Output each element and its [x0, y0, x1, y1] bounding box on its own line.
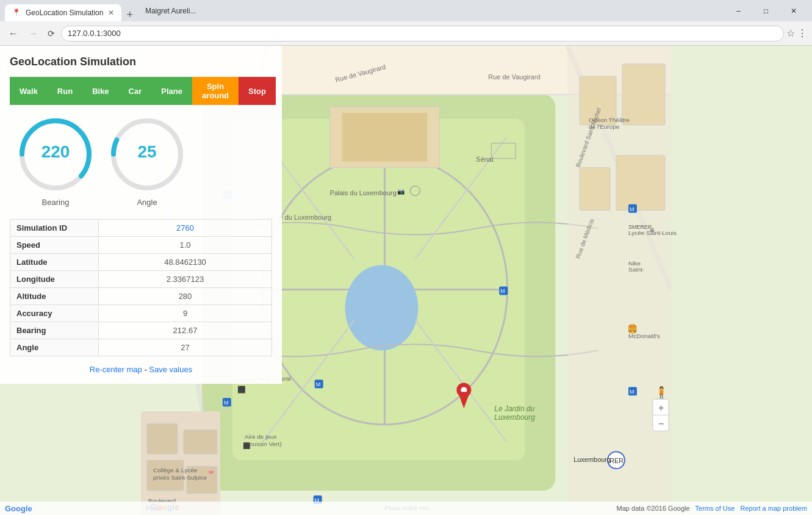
- car-button[interactable]: Car: [119, 77, 152, 105]
- svg-text:SMEREP: SMEREP: [628, 224, 652, 230]
- svg-text:Sénat: Sénat: [476, 156, 494, 163]
- table-key: Altitude: [10, 288, 99, 305]
- svg-text:de l'Europe: de l'Europe: [589, 123, 620, 130]
- svg-text:Collège & Lycée: Collège & Lycée: [153, 467, 198, 474]
- svg-text:M: M: [500, 288, 505, 294]
- gauges-container: 220 Bearing 25 Angle: [10, 115, 272, 207]
- reload-button[interactable]: ⟳: [44, 26, 59, 41]
- tab-close-button[interactable]: ✕: [108, 9, 114, 17]
- panel-title: GeoLocation Simulation: [10, 56, 272, 68]
- bearing-label: Bearing: [42, 198, 70, 207]
- new-tab-button[interactable]: +: [121, 9, 138, 21]
- svg-rect-29: [616, 156, 665, 211]
- menu-button[interactable]: ⋮: [797, 27, 807, 39]
- browser-frame: 📍 GeoLocation Simulation ✕ + Maigret Aur…: [0, 0, 812, 515]
- svg-text:Odéon Théâtre: Odéon Théâtre: [589, 117, 630, 123]
- window-controls: – □ ✕: [725, 2, 807, 20]
- svg-text:Saint-: Saint-: [628, 266, 644, 273]
- svg-text:M: M: [630, 206, 634, 212]
- browser-toolbar: ← → ⟳ ☆ ⋮: [0, 21, 812, 46]
- bookmark-button[interactable]: ☆: [786, 27, 795, 39]
- svg-rect-21: [147, 423, 178, 454]
- map-footer: Google Map data ©2016 Google Terms of Us…: [0, 502, 812, 515]
- table-key: Accuracy: [10, 305, 99, 322]
- svg-text:Luxembourg: Luxembourg: [573, 456, 611, 463]
- svg-text:+: +: [658, 403, 664, 413]
- angle-label: Angle: [137, 198, 157, 207]
- save-link[interactable]: Save values: [149, 365, 192, 374]
- svg-text:🧍: 🧍: [655, 386, 669, 399]
- stop-button[interactable]: Stop: [239, 77, 276, 105]
- table-key: Simulation ID: [10, 220, 99, 237]
- longitude-value: 2.3367123: [99, 271, 272, 288]
- tab-favicon: 📍: [12, 9, 21, 17]
- table-row: Altitude 280: [10, 288, 272, 305]
- table-row: Bearing 212.67: [10, 322, 272, 339]
- forward-button[interactable]: →: [24, 26, 41, 41]
- altitude-value: 280: [99, 288, 272, 305]
- bearing-gauge: 220 Bearing: [16, 115, 95, 207]
- simulation-panel: GeoLocation Simulation Walk Run Bike Car…: [0, 46, 282, 384]
- table-row: Accuracy 9: [10, 305, 272, 322]
- svg-text:M: M: [316, 381, 320, 387]
- svg-rect-22: [184, 430, 217, 454]
- table-row: Speed 1.0: [10, 237, 272, 254]
- map-attribution: Map data ©2016 Google Terms of Use Repor…: [617, 505, 807, 512]
- data-table: Simulation ID 2760 Speed 1.0 Latitude 48…: [10, 219, 272, 356]
- angle-value: 27: [99, 339, 272, 356]
- table-row: Simulation ID 2760: [10, 220, 272, 237]
- content-area: Rue de Vaugirard Rue Bonaparte Rue de Va…: [0, 46, 812, 515]
- report-link[interactable]: Report a map problem: [741, 505, 807, 512]
- bearing-value: 212.67: [99, 322, 272, 339]
- speed-value: 1.0: [99, 237, 272, 254]
- back-button[interactable]: ←: [5, 26, 22, 41]
- latitude-value: 48.8462130: [99, 254, 272, 271]
- table-row: Longitude 2.3367123: [10, 271, 272, 288]
- google-logo: Google: [5, 504, 32, 513]
- svg-text:M: M: [630, 389, 634, 395]
- svg-rect-28: [580, 168, 610, 211]
- svg-text:Luxembourg: Luxembourg: [494, 413, 535, 422]
- table-row: Latitude 48.8462130: [10, 254, 272, 271]
- minimize-button[interactable]: –: [725, 2, 752, 20]
- svg-rect-9: [342, 113, 428, 162]
- plane-button[interactable]: Plane: [151, 77, 192, 105]
- angle-gauge-svg: 25: [107, 115, 187, 194]
- title-bar: 📍 GeoLocation Simulation ✕ + Maigret Aur…: [0, 0, 812, 21]
- bike-button[interactable]: Bike: [82, 77, 118, 105]
- recenter-link[interactable]: Re-center map: [90, 365, 142, 374]
- mode-buttons: Walk Run Bike Car Plane Spin around Stop: [10, 77, 272, 105]
- walk-button[interactable]: Walk: [10, 77, 48, 105]
- table-key: Speed: [10, 237, 99, 254]
- tab-title: GeoLocation Simulation: [26, 9, 103, 17]
- table-key: Longitude: [10, 271, 99, 288]
- svg-text:🏛: 🏛: [650, 227, 655, 233]
- svg-text:Aire de jeux: Aire de jeux: [245, 433, 277, 440]
- svg-text:⬛: ⬛: [243, 442, 251, 450]
- footer-links: Re-center map - Save values: [10, 365, 272, 374]
- svg-text:privés Saint-Sulpice: privés Saint-Sulpice: [153, 474, 207, 481]
- svg-text:🍔: 🍔: [627, 324, 638, 334]
- svg-text:Rue de Vaugirard: Rue de Vaugirard: [488, 73, 540, 81]
- tab-bar: 📍 GeoLocation Simulation ✕ +: [5, 0, 138, 21]
- svg-text:RER: RER: [609, 457, 623, 464]
- simulation-id-value[interactable]: 2760: [99, 220, 272, 237]
- angle-gauge: 25 Angle: [107, 115, 187, 207]
- address-bar[interactable]: [61, 26, 784, 41]
- run-button[interactable]: Run: [48, 77, 82, 105]
- table-key: Angle: [10, 339, 99, 356]
- svg-text:❤: ❤: [208, 469, 214, 477]
- link-separator: -: [142, 365, 149, 374]
- svg-text:📷: 📷: [397, 187, 405, 195]
- accuracy-value: 9: [99, 305, 272, 322]
- svg-text:Le Jardin du: Le Jardin du: [494, 405, 534, 413]
- active-tab[interactable]: 📍 GeoLocation Simulation ✕: [5, 4, 121, 21]
- restore-button[interactable]: □: [752, 2, 780, 20]
- svg-text:⬛: ⬛: [237, 385, 246, 394]
- spin-around-button[interactable]: Spin around: [192, 77, 239, 105]
- svg-text:−: −: [658, 419, 664, 429]
- terms-link[interactable]: Terms of Use: [695, 505, 735, 512]
- table-key: Latitude: [10, 254, 99, 271]
- svg-text:M: M: [224, 400, 228, 406]
- close-button[interactable]: ✕: [780, 2, 807, 20]
